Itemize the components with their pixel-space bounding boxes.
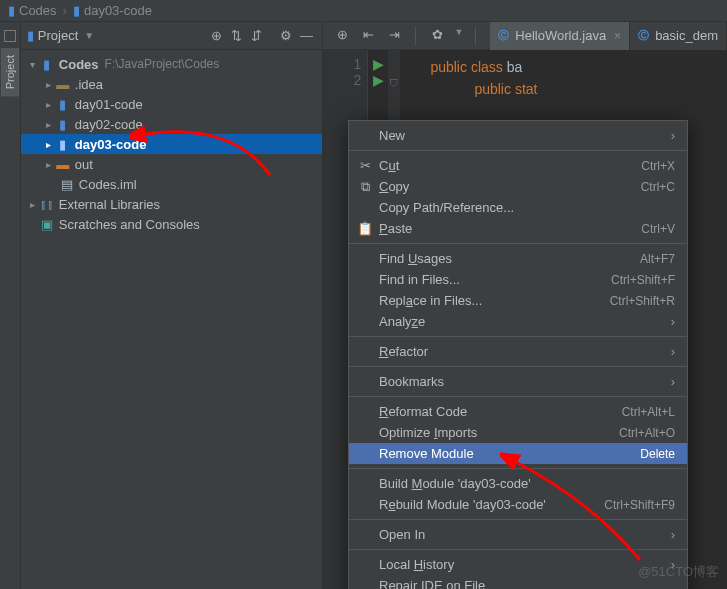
cut-icon: ✂	[357, 158, 373, 173]
java-class-icon: Ⓒ	[638, 28, 649, 43]
run-icon[interactable]: ▶	[368, 56, 388, 72]
paste-icon: 📋	[357, 221, 373, 236]
menu-copy-path[interactable]: Copy Path/Reference...	[349, 197, 687, 218]
chevron-down-icon[interactable]: ▼	[84, 30, 94, 41]
editor-top-bar: ⊕ ⇤ ⇥ ✿ ▼ Ⓒ HelloWorld.java × Ⓒ basic_de…	[323, 22, 727, 50]
tree-out[interactable]: ▸▬out	[21, 154, 323, 174]
menu-replace-in-files[interactable]: Replace in Files...Ctrl+Shift+R	[349, 290, 687, 311]
project-panel-header: ▮ Project ▼ ⊕ ⇅ ⇵ ⚙ —	[21, 22, 323, 50]
tree-scratches[interactable]: ▣Scratches and Consoles	[21, 214, 323, 234]
tree-idea[interactable]: ▸▬.idea	[21, 74, 323, 94]
menu-analyze[interactable]: Analyze›	[349, 311, 687, 332]
editor-tabs: Ⓒ HelloWorld.java × Ⓒ basic_dem	[490, 22, 727, 50]
menu-find-in-files[interactable]: Find in Files...Ctrl+Shift+F	[349, 269, 687, 290]
copy-icon: ⧉	[357, 179, 373, 195]
folder-icon: ▮	[8, 3, 15, 18]
menu-bookmarks[interactable]: Bookmarks›	[349, 371, 687, 392]
tool-window-bar: Project	[0, 22, 21, 589]
menu-refactor[interactable]: Refactor›	[349, 341, 687, 362]
project-tool-icon[interactable]	[4, 30, 16, 42]
watermark: @51CTO博客	[638, 563, 719, 581]
locate-icon[interactable]: ⊕	[206, 28, 226, 43]
menu-optimize-imports[interactable]: Optimize ImportsCtrl+Alt+O	[349, 422, 687, 443]
menu-copy[interactable]: ⧉CopyCtrl+C	[349, 176, 687, 197]
tree-day01[interactable]: ▸▮day01-code	[21, 94, 323, 114]
crumb-current[interactable]: day03-code	[84, 3, 152, 18]
menu-paste[interactable]: 📋PasteCtrl+V	[349, 218, 687, 239]
menu-remove-module[interactable]: Remove ModuleDelete	[349, 443, 687, 464]
indent-left-icon[interactable]: ⇤	[359, 27, 377, 45]
gear-icon[interactable]: ⚙	[276, 28, 296, 43]
project-icon: ▮	[27, 28, 34, 43]
collapse-all-icon[interactable]: ⇵	[246, 28, 266, 43]
menu-repair-ide[interactable]: Repair IDE on File	[349, 575, 687, 589]
chevron-right-icon: ›	[63, 3, 67, 18]
tree-root-path: F:\JavaProject\Codes	[105, 57, 220, 71]
context-menu: New› ✂CutCtrl+X ⧉CopyCtrl+C Copy Path/Re…	[348, 120, 688, 589]
tree-day03-selected[interactable]: ▸▮day03-code	[21, 134, 323, 154]
tree-day02[interactable]: ▸▮day02-code	[21, 114, 323, 134]
tree-external-libs[interactable]: ▸⫿⫿External Libraries	[21, 194, 323, 214]
crumb-root[interactable]: Codes	[19, 3, 57, 18]
project-title[interactable]: Project	[38, 28, 78, 43]
indent-right-icon[interactable]: ⇥	[385, 27, 403, 45]
menu-open-in[interactable]: Open In›	[349, 524, 687, 545]
tree-iml[interactable]: ▤Codes.iml	[21, 174, 323, 194]
tab-helloworld[interactable]: Ⓒ HelloWorld.java ×	[490, 22, 630, 50]
settings-icon[interactable]: ✿	[428, 27, 446, 45]
menu-build-module[interactable]: Build Module 'day03-code'	[349, 473, 687, 494]
menu-rebuild-module[interactable]: Rebuild Module 'day03-code'Ctrl+Shift+F9	[349, 494, 687, 515]
tab-basic-dem[interactable]: Ⓒ basic_dem	[630, 22, 727, 50]
menu-reformat[interactable]: Reformat CodeCtrl+Alt+L	[349, 401, 687, 422]
menu-new[interactable]: New›	[349, 125, 687, 146]
hide-icon[interactable]: —	[296, 28, 316, 43]
close-icon[interactable]: ×	[614, 29, 621, 43]
tree-root[interactable]: ▾ ▮ Codes F:\JavaProject\Codes	[21, 54, 323, 74]
shield-icon: ⛉	[388, 78, 400, 89]
menu-local-history[interactable]: Local History›	[349, 554, 687, 575]
expand-all-icon[interactable]: ⇅	[226, 28, 246, 43]
web-icon[interactable]: ⊕	[333, 27, 351, 45]
breadcrumb: ▮ Codes › ▮ day03-code	[0, 0, 727, 22]
menu-find-usages[interactable]: Find UsagesAlt+F7	[349, 248, 687, 269]
tree-root-label: Codes	[59, 57, 99, 72]
project-tool-tab[interactable]: Project	[1, 48, 19, 96]
project-tree: ▾ ▮ Codes F:\JavaProject\Codes ▸▬.idea ▸…	[21, 50, 323, 589]
run-icon[interactable]: ▶	[368, 72, 388, 88]
menu-cut[interactable]: ✂CutCtrl+X	[349, 155, 687, 176]
java-class-icon: Ⓒ	[498, 28, 509, 43]
module-icon: ▮	[73, 3, 80, 18]
project-panel: ▮ Project ▼ ⊕ ⇅ ⇵ ⚙ — ▾ ▮ Codes F:\JavaP…	[21, 22, 324, 589]
